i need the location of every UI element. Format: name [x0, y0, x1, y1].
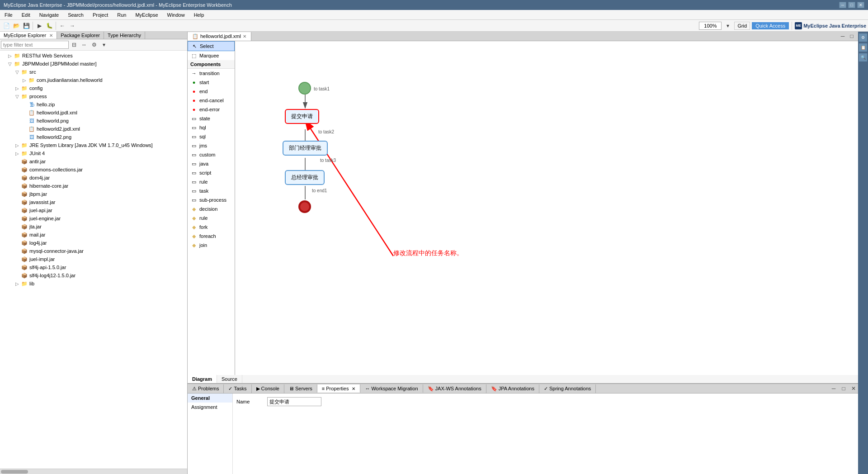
editor-minimize-btn[interactable]: ─: [838, 32, 847, 41]
tree-item-mail[interactable]: 📦 mail.jar: [1, 231, 186, 239]
right-icon-3[interactable]: 🔍: [859, 53, 867, 62]
menu-search[interactable]: Search: [65, 11, 86, 19]
editor-tab-close[interactable]: ✕: [243, 34, 246, 39]
link-editor-button[interactable]: ↔: [80, 40, 89, 49]
tree-item-helloworld-jpdl[interactable]: 📋 helloworld.jpdl.xml: [1, 109, 186, 117]
run-button[interactable]: ▶: [35, 21, 44, 30]
palette-java[interactable]: ▭ java: [188, 159, 235, 168]
tree-item-com[interactable]: ▷ 📁 com.jiudianlianxian.helloworld: [1, 76, 186, 84]
tree-item-hibernate[interactable]: 📦 hibernate-core.jar: [1, 182, 186, 190]
tree-item-dom4j[interactable]: 📦 dom4j.jar: [1, 174, 186, 182]
right-icon-1[interactable]: ⚙: [859, 33, 867, 42]
editor-maximize-btn[interactable]: □: [847, 32, 856, 41]
close-button[interactable]: ✕: [857, 2, 864, 8]
tree-item-slf4japi[interactable]: 📦 slf4j-api-1.5.0.jar: [1, 263, 186, 271]
tree-item-helloworld2-png[interactable]: 🖼 helloworld2.png: [1, 133, 186, 141]
menu-myeclipse[interactable]: MyEclipse: [132, 11, 160, 19]
menu-edit[interactable]: Edit: [19, 11, 33, 19]
menu-project[interactable]: Project: [90, 11, 111, 19]
tree-item-lib[interactable]: ▷ 📁 lib: [1, 280, 186, 288]
quick-access-button[interactable]: Quick Access: [752, 22, 789, 29]
open-button[interactable]: 📂: [12, 21, 21, 30]
props-tab-properties[interactable]: ≡ Properties ✕: [317, 384, 361, 393]
props-tab-servers[interactable]: 🖥 Servers: [284, 384, 317, 393]
palette-fork[interactable]: ◆ fork: [188, 223, 235, 232]
palette-hql[interactable]: ▭ hql: [188, 123, 235, 132]
palette-rule[interactable]: ▭ rule: [188, 177, 235, 186]
tree-item-jbpmmodel[interactable]: ▽ 📁 JBPMModel [JBPMModel master]: [1, 60, 186, 68]
back-button[interactable]: ←: [58, 21, 67, 30]
explorer-scrollbar-h[interactable]: [0, 469, 187, 474]
palette-end-error[interactable]: ● end-error: [188, 105, 235, 114]
props-left-general[interactable]: General: [188, 393, 232, 403]
debug-button[interactable]: 🐛: [45, 21, 54, 30]
tree-item-helloworld2-jpdl[interactable]: 📋 helloworld2.jpdl.xml: [1, 125, 186, 133]
maximize-button[interactable]: □: [848, 2, 855, 8]
right-icon-2[interactable]: 📋: [859, 43, 867, 52]
new-button[interactable]: 📄: [2, 21, 11, 30]
palette-end[interactable]: ● end: [188, 87, 235, 96]
explorer-settings-button[interactable]: ⚙: [90, 40, 99, 49]
tree-item-jta[interactable]: 📦 jta.jar: [1, 223, 186, 231]
tab-myeclipse-explorer[interactable]: MyEclipse Explorer ✕: [0, 32, 57, 39]
props-close-btn[interactable]: ✕: [849, 384, 858, 393]
palette-join[interactable]: ◆ join: [188, 241, 235, 250]
palette-components-section[interactable]: Components: [188, 60, 235, 69]
props-name-input[interactable]: [267, 397, 321, 406]
props-tab-problems[interactable]: ⚠ Problems: [188, 384, 224, 393]
props-tab-console[interactable]: ▶ Console: [252, 384, 284, 393]
palette-decision[interactable]: ◆ decision: [188, 204, 235, 213]
props-left-assignment[interactable]: Assignment: [188, 403, 232, 412]
tree-item-jre[interactable]: ▷ 📁 JRE System Library [Java JDK VM 1.7.…: [1, 141, 186, 149]
palette-marquee[interactable]: ⬚ Marquee: [188, 51, 235, 60]
tree-item-slf4jlog4j[interactable]: 📦 slf4j-log4j12-1.5.0.jar: [1, 271, 186, 280]
tree-item-hellozip[interactable]: 🗜 hello.zip: [1, 100, 186, 109]
save-button[interactable]: 💾: [22, 21, 31, 30]
palette-script[interactable]: ▭ script: [188, 168, 235, 177]
palette-subprocess[interactable]: ▭ sub-process: [188, 195, 235, 204]
props-maximize-btn[interactable]: □: [839, 384, 848, 393]
palette-transition[interactable]: → transition: [188, 69, 235, 78]
palette-select[interactable]: ↖ Select: [188, 41, 235, 51]
explorer-menu-button[interactable]: ▾: [99, 40, 108, 49]
palette-jms[interactable]: ▭ jms: [188, 141, 235, 150]
props-tab-close[interactable]: ✕: [352, 386, 355, 391]
palette-state[interactable]: ▭ state: [188, 114, 235, 123]
explorer-search-input[interactable]: [1, 41, 69, 49]
tree-item-src[interactable]: ▽ 📁 src: [1, 68, 186, 76]
palette-custom[interactable]: ▭ custom: [188, 150, 235, 159]
palette-end-cancel[interactable]: ● end-cancel: [188, 96, 235, 105]
tree-item-log4j[interactable]: 📦 log4j.jar: [1, 239, 186, 247]
diagram-tab-diagram[interactable]: Diagram: [188, 375, 217, 383]
tree-item-juelengine[interactable]: 📦 juel-engine.jar: [1, 214, 186, 223]
start-node[interactable]: [298, 82, 311, 95]
tree-item-mysql[interactable]: 📦 mysql-connector-java.jar: [1, 247, 186, 255]
window-controls[interactable]: ─ □ ✕: [839, 2, 864, 8]
tree-item-antlr[interactable]: 📦 antlr.jar: [1, 157, 186, 166]
minimize-button[interactable]: ─: [839, 2, 846, 8]
tree-item-juelapi[interactable]: 📦 juel-api.jar: [1, 206, 186, 214]
zoom-dropdown[interactable]: ▾: [723, 21, 732, 30]
menu-run[interactable]: Run: [114, 11, 129, 19]
props-tab-jaxws[interactable]: 🔖 JAX-WS Annotations: [423, 384, 486, 393]
palette-sql[interactable]: ▭ sql: [188, 132, 235, 141]
editor-tab-helloworld[interactable]: 📋 helloworld.jpdl.xml ✕: [188, 32, 251, 41]
props-tab-spring[interactable]: ✓ Spring Annotations: [539, 384, 596, 393]
props-minimize-btn[interactable]: ─: [829, 384, 838, 393]
props-tab-migration[interactable]: ↔ Workspace Migration: [360, 384, 423, 393]
task3-node[interactable]: 总经理审批: [285, 170, 325, 185]
tree-item-junit[interactable]: ▷ 📁 JUnit 4: [1, 149, 186, 157]
props-tab-jpa[interactable]: 🔖 JPA Annotations: [486, 384, 539, 393]
tree-item-commons[interactable]: 📦 commons-collections.jar: [1, 166, 186, 174]
tree-item-javassist[interactable]: 📦 javassist.jar: [1, 198, 186, 206]
menu-navigate[interactable]: Navigate: [37, 11, 61, 19]
palette-foreach[interactable]: ◆ foreach: [188, 232, 235, 241]
task1-node[interactable]: 提交申请: [285, 109, 319, 124]
palette-rule2[interactable]: ◆ rule: [188, 213, 235, 223]
tab-myeclipse-close[interactable]: ✕: [49, 33, 53, 38]
tree-item-helloworld-png[interactable]: 🖼 helloworld.png: [1, 117, 186, 125]
tree-item-restful[interactable]: ▷ 📁 RESTful Web Services: [1, 52, 186, 60]
tree-item-juelimpl[interactable]: 📦 juel-impl.jar: [1, 255, 186, 263]
end-node[interactable]: [298, 200, 311, 213]
palette-start[interactable]: ● start: [188, 78, 235, 87]
